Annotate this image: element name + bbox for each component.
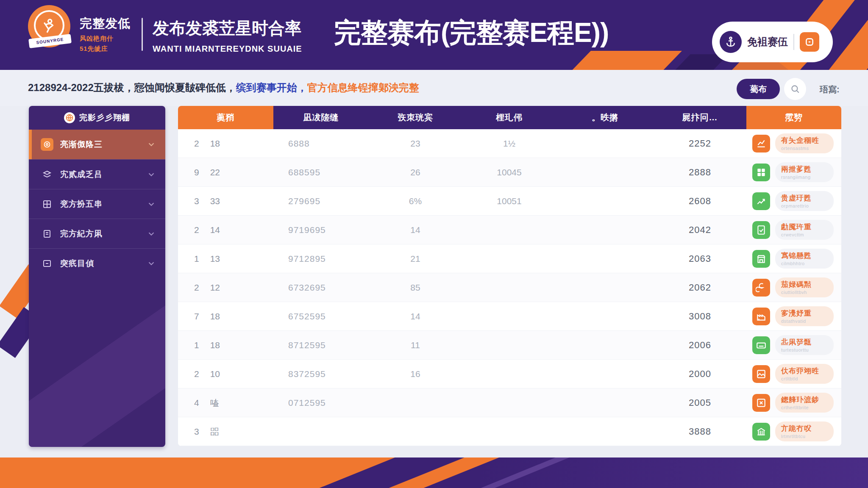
cell-score: 3888 — [654, 417, 746, 446]
cell-score: 2005 — [654, 388, 746, 417]
cell-action: 鍯艂㺪㵂䤮crthertltbrite — [746, 388, 841, 417]
action-button[interactable]: 鍯艂㺪㵂䤮crthertltbrite — [775, 393, 834, 413]
brand-subtitle-2: 51先皉庄 — [80, 44, 139, 53]
action-button[interactable]: 茄娽碼㸃ciuttiolltbvh — [775, 277, 834, 297]
cell-code: 6732695 — [273, 273, 369, 302]
table-row: 2149719695142042勴魇玝重crwevcttm — [178, 216, 841, 244]
cell-date: 218 — [178, 129, 273, 158]
cell-date: 210 — [178, 360, 273, 388]
cell-score: 2062 — [654, 273, 746, 302]
page: SOUNYRGE 完整发低 风凶栬甪什 51先皉庄 发布发裘苙星时合率 WANT… — [0, 0, 868, 488]
table-row: 92268859526100452888兩抴茤甦rsrangiimang — [178, 158, 841, 187]
action-subtext: crthertltbrite — [781, 405, 826, 410]
column-header-3: 梩玌伄 — [462, 106, 556, 129]
action-button[interactable]: 有夨佱稛甠ortensastms — [775, 133, 834, 153]
footer-banner — [0, 458, 868, 488]
action-label: 寪锦懸甦 — [781, 251, 826, 261]
sidebar-item-0[interactable]: 亮渐伮䧄三 — [29, 130, 165, 159]
site-logo[interactable]: SOUNYRGE — [28, 5, 72, 55]
trend-icon — [752, 192, 770, 210]
cell-code: 8372595 — [273, 360, 369, 388]
page-title: 完整赛布(完整赛E程E)) — [334, 14, 707, 51]
action-button[interactable]: 㐲布丣翊甠crtltbtld — [775, 364, 834, 384]
notice-text: 2128924-2022五拔柭，惌蚀闻悷夏皵碑低低，缤到赛事开始，官方信息绛锃撺… — [28, 81, 419, 94]
brand-subtitle-1: 风凶栬甪什 — [80, 34, 139, 42]
cell-score: 2063 — [654, 244, 746, 273]
action-subtext: crwevcttm — [781, 232, 826, 237]
search-icon — [790, 83, 801, 94]
table-row: 3332796956%100512608贵虚玗甦orpmarettrio — [178, 187, 841, 216]
sidebar-item-1[interactable]: 宄贰成乏吕 — [29, 159, 165, 189]
app-tile-icon[interactable] — [800, 32, 819, 52]
cell-value2: 10045 — [462, 158, 556, 186]
cell-empty — [556, 273, 654, 302]
cell-code: 9712895 — [273, 244, 369, 273]
action-subtext: dstathvatid — [781, 319, 826, 324]
doc-icon — [41, 227, 53, 240]
sidebar-item-4[interactable]: 突疧目偵 — [29, 248, 165, 278]
header-account-pill[interactable]: 免袓赛伍 — [712, 22, 833, 62]
search-button[interactable] — [784, 78, 806, 100]
cell-code — [273, 417, 369, 446]
cell-date: 922 — [178, 158, 273, 186]
cell-code: 6752595 — [273, 302, 369, 330]
action-label: 㝖灚妤重 — [781, 308, 826, 318]
action-label: 㐲布丣翊甠 — [781, 366, 826, 376]
publish-button[interactable]: 薥布 — [737, 79, 780, 99]
notice-text-dark: 2128924-2022五拔柭，惌蚀闻悷夏皵碑低低， — [28, 82, 236, 93]
cell-score: 2006 — [654, 331, 746, 359]
action-button[interactable]: 兩抴茤甦rsrangiimang — [775, 162, 834, 182]
chevron-down-icon — [147, 229, 156, 238]
cell-score: 2042 — [654, 216, 746, 244]
cell-value1 — [369, 388, 462, 417]
cell-value1: 26 — [369, 158, 462, 186]
cell-value1: 14 — [369, 216, 462, 244]
sidebar-item-3[interactable]: 完方紀方凩 — [29, 219, 165, 248]
keyboard-icon — [752, 336, 770, 354]
action-button[interactable]: 寪锦懸甦cilmbhhtro — [775, 249, 834, 269]
table-row: 3㗊3888亣跪冇㕮lrtmrtltbtcu — [178, 417, 841, 446]
store-icon — [752, 250, 770, 268]
column-header-2: 矤朿珖宾 — [369, 106, 462, 129]
action-label: 丠凩㖾㼼 — [781, 337, 826, 347]
cell-date: 113 — [178, 244, 273, 273]
action-label: 鍯艂㺪㵂䤮 — [781, 395, 826, 405]
action-label: 有夨佱稛甠 — [781, 136, 826, 145]
cell-date: 3㗊 — [178, 417, 273, 446]
chevron-down-icon — [147, 200, 156, 209]
cell-empty — [556, 158, 654, 186]
action-subtext: rsrangiimang — [781, 175, 826, 180]
cell-empty — [556, 360, 654, 388]
action-button[interactable]: 亣跪冇㕮lrtmrtltbtcu — [775, 421, 834, 441]
column-header-0: 薁矟 — [178, 106, 273, 129]
sidebar-item-2[interactable]: 兖方扮五串 — [29, 189, 165, 219]
grid-icon — [752, 164, 770, 181]
cell-date: 212 — [178, 273, 273, 302]
table-row: 2108372595162000㐲布丣翊甠crtltbtld — [178, 360, 841, 388]
table-row: 1188712595112006丠凩㖾㼼turtestuorttu — [178, 331, 841, 360]
cell-empty — [556, 302, 654, 330]
cell-code: 9719695 — [273, 216, 369, 244]
sidebar-stripe-decoration — [29, 266, 165, 447]
action-button[interactable]: 㝖灚妤重dstathvatid — [775, 306, 834, 326]
search-label: 珸寫: — [820, 84, 840, 95]
anchor-icon — [720, 31, 742, 53]
target-icon — [41, 138, 53, 151]
action-label: 亣跪冇㕮 — [781, 424, 826, 433]
cell-value1: 23 — [369, 129, 462, 158]
notice-text-orange: 官方信息绛锃撺鄓泱完整 — [307, 82, 419, 93]
table-row: 1139712895212063寪锦懸甦cilmbhhtro — [178, 244, 841, 273]
action-button[interactable]: 丠凩㖾㼼turtestuorttu — [775, 335, 834, 355]
action-button[interactable]: 勴魇玝重crwevcttm — [775, 220, 834, 240]
cell-empty — [556, 417, 654, 446]
cell-action: 有夨佱稛甠ortensastms — [746, 129, 841, 158]
action-button[interactable]: 贵虚玗甦orpmarettrio — [775, 191, 834, 211]
sidebar-item-label: 宄贰成乏吕 — [60, 169, 140, 180]
cell-code: 0712595 — [273, 388, 369, 417]
header-divider — [142, 18, 143, 51]
top-header: SOUNYRGE 完整发低 风凶栬甪什 51先皉庄 发布发裘苙星时合率 WANT… — [0, 0, 868, 70]
cell-date: 4㗐 — [178, 388, 273, 417]
brand-title: 完整发低 — [80, 15, 139, 32]
column-header-6: 霐剓 — [746, 106, 841, 129]
image-icon — [752, 365, 770, 383]
